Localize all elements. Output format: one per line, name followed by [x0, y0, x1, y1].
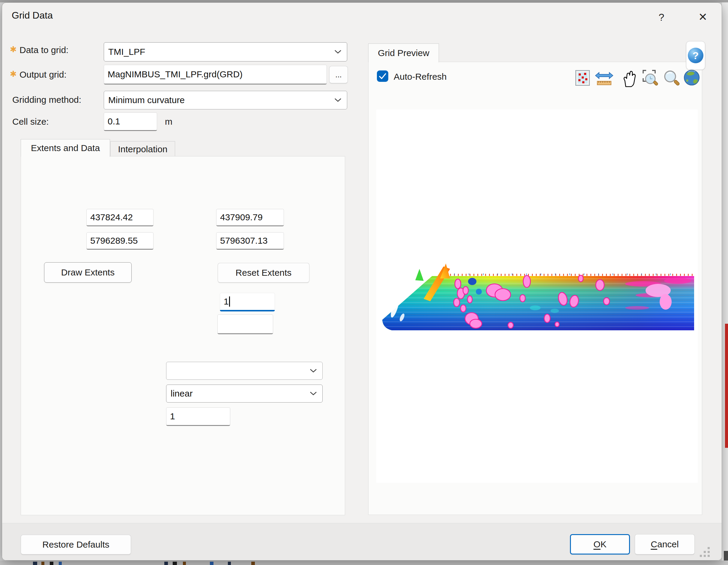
output-grid-browse-button[interactable]: ... — [329, 66, 348, 83]
preview-help-button[interactable]: ? — [686, 41, 705, 70]
text-caret — [229, 296, 230, 306]
background-text-fragment — [59, 562, 62, 565]
background-text-fragment — [173, 562, 177, 565]
cell-size-label: Cell size: — [12, 117, 49, 127]
cancel-access-key: C — [651, 539, 657, 549]
zoom-full-extent-globe-icon[interactable] — [683, 69, 700, 86]
draw-extents-label: Draw Extents — [61, 268, 115, 278]
chevron-down-icon — [334, 50, 342, 54]
background-app-edge-right — [722, 2, 728, 561]
dialog-title: Grid Data — [12, 10, 53, 21]
help-glyph: ? — [693, 50, 699, 61]
auto-refresh-checkbox[interactable] — [377, 70, 388, 82]
background-text-fragment — [41, 562, 44, 565]
output-grid-input[interactable] — [104, 65, 327, 85]
blanking-distance-value: 1 — [224, 296, 229, 306]
ok-label-rest: K — [601, 539, 607, 549]
tab-extents-and-data[interactable]: Extents and Data — [21, 139, 110, 157]
background-text-fragment — [183, 562, 186, 565]
pan-hand-icon[interactable] — [621, 69, 638, 88]
background-text-fragment — [33, 562, 37, 565]
browse-ellipsis: ... — [335, 70, 342, 79]
background-text-fragment — [251, 562, 255, 565]
close-icon[interactable]: ✕ — [692, 9, 713, 25]
output-grid-label: Output grid: — [19, 70, 67, 80]
log-option-value: linear — [171, 388, 192, 399]
measure-distance-icon[interactable] — [595, 72, 613, 87]
chevron-down-icon — [310, 369, 317, 373]
title-bar[interactable]: Grid Data ? ✕ — [2, 3, 722, 30]
auto-refresh-label: Auto-Refresh — [394, 72, 447, 82]
cell-size-unit: m — [165, 117, 172, 127]
x-max-input[interactable] — [216, 209, 284, 226]
chevron-down-icon — [310, 391, 317, 396]
y-max-input[interactable] — [216, 232, 284, 250]
tab-extents-label: Extents and Data — [31, 143, 100, 153]
dialog-footer: Restore Defaults OK Cancel — [2, 523, 722, 561]
gridding-method-value: Minimum curvature — [108, 95, 185, 105]
extents-tab-page — [21, 156, 345, 515]
grid-preview-image — [379, 263, 695, 331]
background-text-fragment — [50, 562, 53, 565]
background-map-sliver — [725, 324, 728, 448]
log-option-combobox[interactable]: linear — [166, 384, 323, 402]
chevron-down-icon — [334, 98, 342, 102]
resize-grip[interactable] — [700, 547, 710, 557]
data-to-grid-value: TMI_LPF — [108, 47, 145, 57]
cancel-label-rest: ancel — [657, 539, 679, 549]
gridding-method-combobox[interactable]: Minimum curvature — [104, 91, 347, 109]
help-icon: ? — [688, 48, 703, 63]
checkmark-icon — [379, 73, 386, 79]
required-marker: ✱ — [10, 45, 17, 54]
gridding-method-label: Gridding method: — [12, 95, 81, 105]
blanking-distance-input[interactable]: 1 — [220, 293, 275, 311]
zoom-icon[interactable] — [663, 69, 680, 88]
restore-defaults-label: Restore Defaults — [42, 540, 109, 550]
titlebar-help-button[interactable]: ? — [651, 9, 672, 25]
x-min-input[interactable] — [86, 209, 154, 226]
y-min-input[interactable] — [86, 232, 154, 250]
background-app-edge-bottom — [0, 561, 728, 565]
data-to-grid-label: Data to grid: — [19, 45, 68, 55]
ok-access-key: O — [593, 539, 600, 549]
grid-preview-tab-label: Grid Preview — [378, 48, 429, 58]
cell-size-input[interactable] — [104, 112, 157, 131]
grid-data-dialog: Grid Data ? ✕ ✱ Data to grid: TMI_LPF ✱ … — [2, 2, 722, 561]
background-text-fragment — [210, 562, 213, 565]
tab-grid-preview[interactable]: Grid Preview — [368, 43, 439, 62]
draw-extents-button[interactable]: Draw Extents — [44, 262, 132, 282]
ok-button[interactable]: OK — [570, 534, 630, 555]
log-minimum-input[interactable] — [166, 407, 230, 426]
tab-interpolation[interactable]: Interpolation — [110, 141, 175, 157]
cells-extend-input[interactable] — [217, 314, 273, 334]
zoom-box-icon[interactable] — [642, 69, 659, 88]
restore-defaults-button[interactable]: Restore Defaults — [21, 535, 131, 555]
reset-extents-button[interactable]: Reset Extents — [218, 263, 309, 282]
data-points-icon[interactable] — [575, 69, 591, 87]
reset-extents-label: Reset Extents — [236, 268, 292, 278]
tab-interpolation-label: Interpolation — [118, 144, 167, 154]
data-to-grid-combobox[interactable]: TMI_LPF — [104, 42, 347, 61]
cancel-button[interactable]: Cancel — [635, 534, 695, 555]
required-marker: ✱ — [10, 69, 17, 79]
background-text-fragment — [164, 562, 168, 565]
background-app-edge-top — [0, 0, 728, 2]
mask-channel-combobox[interactable] — [166, 362, 323, 380]
grid-preview-canvas[interactable] — [376, 109, 698, 483]
background-text-fragment — [228, 562, 231, 565]
